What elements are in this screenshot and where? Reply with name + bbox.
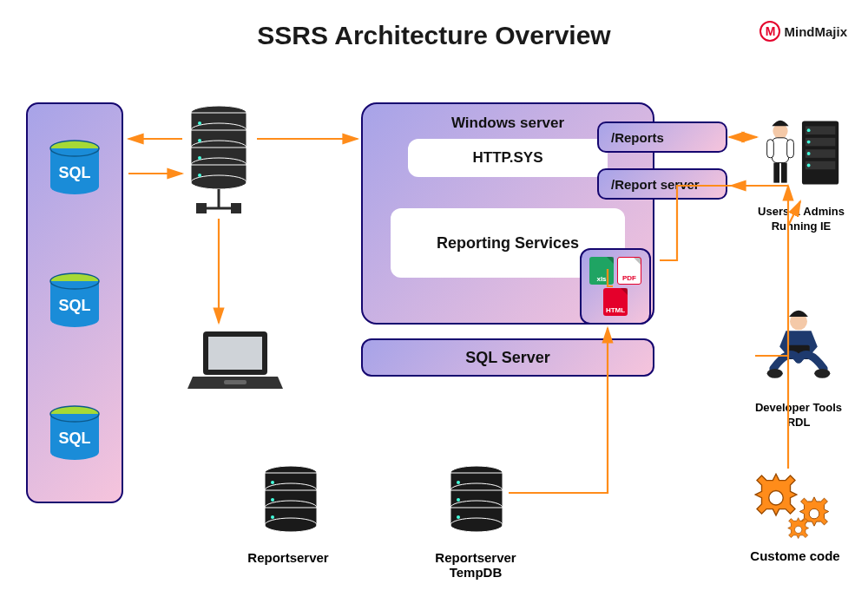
svg-point-17 [191,175,247,189]
svg-point-18 [198,121,201,125]
svg-point-69 [457,498,460,502]
sql-database-icon: SQL [46,272,103,333]
users-admins: Users & AdminsRunning IE [753,113,849,234]
svg-point-67 [450,518,503,532]
svg-point-59 [271,498,274,502]
laptop-icon [187,328,283,397]
reports-endpoint: /Reports [597,121,727,153]
svg-point-36 [807,152,811,155]
svg-rect-42 [773,163,779,183]
developer-label-1: Developer Tools [755,401,842,414]
developer-icon [751,307,846,394]
svg-text:SQL: SQL [58,297,90,314]
developer-label-2: RDL [787,416,811,429]
sql-database-icon: SQL [46,405,103,466]
svg-rect-28 [224,380,247,384]
users-admins-icon [753,113,849,196]
svg-point-57 [265,518,317,532]
svg-point-46 [767,369,783,378]
sql-databases-panel: SQL SQL SQL [26,102,123,503]
svg-rect-40 [767,140,774,158]
svg-point-34 [807,128,811,132]
svg-text:SQL: SQL [58,430,90,447]
developer: Developer ToolsRDL [746,307,851,430]
reportserver-db-icon [259,465,323,545]
custom-code: Custome code [743,469,847,563]
reportserver-db-label: Reportserver [227,550,349,565]
svg-rect-27 [208,337,262,370]
svg-point-50 [795,526,802,533]
output-files-box: xls PDF HTML [580,248,651,325]
xls-file-icon: xls [589,257,614,285]
svg-point-70 [457,515,460,519]
svg-rect-24 [196,203,207,213]
http-sys-box: HTTP.SYS [408,139,608,177]
sql-server-bar: SQL Server [361,338,654,377]
reportserver-tempdb-label: ReportserverTempDB [415,550,536,580]
brand-logo: M MindMajix [760,21,847,42]
brand-name: MindMajix [784,24,847,39]
pdf-file-icon: PDF [617,257,641,285]
reportserver-tempdb-icon [444,465,509,545]
svg-rect-41 [787,140,794,158]
report-server-endpoint: /Report server [597,168,727,200]
svg-text:SQL: SQL [58,164,90,181]
svg-point-35 [807,141,811,144]
svg-point-60 [271,515,274,519]
svg-point-49 [809,508,819,519]
data-source-server-icon [184,104,253,200]
gears-icon [747,469,843,541]
svg-rect-39 [772,138,788,163]
svg-point-20 [198,156,201,160]
svg-point-47 [814,369,830,378]
sql-database-icon: SQL [46,140,103,200]
brand-logo-icon: M [760,21,780,42]
html-file-icon: HTML [603,288,628,316]
users-admins-label-1: Users & Admins [758,205,845,218]
svg-rect-43 [781,163,787,183]
svg-point-58 [271,481,274,484]
svg-point-37 [807,164,811,167]
svg-point-48 [769,491,784,506]
svg-point-68 [457,481,460,484]
users-admins-label-2: Running IE [772,220,832,233]
page-title: SSRS Architecture Overview [257,21,610,50]
svg-rect-25 [231,203,241,213]
svg-point-21 [198,174,201,177]
custom-code-label: Custome code [743,548,847,563]
svg-point-19 [198,139,201,142]
